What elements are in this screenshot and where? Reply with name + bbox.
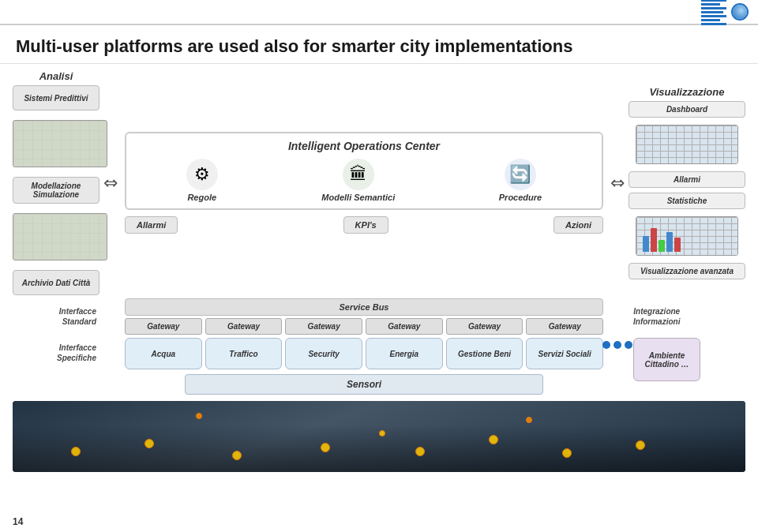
map-visualization-2 (13, 213, 107, 260)
gateway-3: Gateway (285, 318, 362, 335)
analisi-boxes: Sistemi Predittivi Modellazione Simulazi… (13, 85, 99, 295)
globe-icon (731, 3, 749, 21)
ibm-stripe-6 (701, 19, 720, 21)
iot-node-9 (379, 430, 385, 436)
traffico-domain: Traffico (205, 338, 283, 369)
interfacce-specifiche-row: Interfacce Specifiche Acqua Traffico Sec… (0, 338, 758, 398)
viz-boxes: Dashboard Allarmi Statistiche (629, 101, 745, 279)
visualizzazione-section: Visualizzazione Dashboard Allarmi Statis… (629, 86, 745, 279)
ibm-stripe-1 (701, 0, 726, 2)
gateway-5: Gateway (446, 318, 523, 335)
viz-heading: Visualizzazione (629, 86, 745, 98)
servizi-sociali-domain: Servizi Sociali (526, 338, 603, 369)
modelli-label: Modelli Semantici (321, 193, 395, 202)
iot-node-4 (321, 443, 330, 452)
service-bus-label: Service Bus (125, 298, 603, 316)
iot-node-10 (196, 413, 202, 419)
gateway-row: Gateway Gateway Gateway Gateway Gateway … (125, 318, 603, 335)
dashboard-box: Dashboard (629, 101, 745, 118)
bottom-city-image (13, 401, 745, 472)
ibm-stripe-4 (701, 11, 723, 13)
ioc-procedure: 🔄 Procedure (499, 159, 542, 202)
modellazione-box: Modellazione Simulazione (13, 177, 99, 204)
statistiche-box: Statistiche (629, 193, 745, 209)
energia-domain: Energia (366, 338, 443, 369)
ibm-stripe-5 (701, 15, 726, 17)
interfacce-specifiche-label: Interfacce Specifiche (13, 343, 96, 363)
iot-node-2 (144, 439, 154, 448)
ioc-regole: ⚙ Regole (186, 159, 218, 202)
procedure-label: Procedure (499, 193, 542, 202)
analisi-heading: Analisi (13, 70, 99, 82)
ibm-stripes-icon (701, 0, 726, 25)
allarmi-viz-box: Allarmi (629, 171, 745, 188)
iot-node-8 (636, 440, 645, 450)
bar-4 (666, 232, 673, 252)
page-title: Multi-user platforms are used also for s… (0, 25, 758, 64)
viz-avanzata-box: Visualizzazione avanzata (629, 263, 745, 279)
bar-2 (651, 228, 657, 252)
ambiente-cittadino-box: Ambiente Cittadino … (633, 338, 700, 381)
ioc-icons-row: ⚙ Regole 🏛 Modelli Semantici 🔄 Procedure (134, 159, 594, 202)
ioc-section: Intelligent Operations Center ⚙ Regole 🏛… (125, 132, 603, 234)
dot-1 (602, 341, 610, 349)
interfacce-specifiche-label-area: Interfacce Specifiche (13, 338, 99, 363)
archivio-box: Archivio Dati Città (13, 270, 99, 295)
procedure-icon: 🔄 (505, 159, 536, 190)
left-double-arrow: ⇔ (99, 173, 122, 193)
analisi-section: Analisi Sistemi Predittivi Modellazione … (13, 70, 99, 295)
map-grid-2 (13, 214, 107, 260)
map-visualization (13, 120, 107, 167)
ibm-logo (701, 0, 749, 25)
interfacce-standard-label: Interfacce Standard (13, 306, 96, 327)
ioc-box: Intelligent Operations Center ⚙ Regole 🏛… (125, 132, 603, 210)
gateway-6: Gateway (526, 318, 603, 335)
top-architecture-row: Analisi Sistemi Predittivi Modellazione … (0, 70, 758, 295)
interfacce-domains-row: Acqua Traffico Security Energia Gestione… (125, 338, 603, 369)
building-icon: 🏛 (343, 159, 374, 190)
integrazione-area: Integrazione Informazioni (629, 306, 745, 327)
header-bar (0, 0, 758, 25)
stats-screenshot (636, 216, 738, 256)
bar-5 (674, 238, 681, 252)
page-number: 14 (13, 516, 23, 527)
sistemi-predittivi-box: Sistemi Predittivi (13, 85, 99, 111)
right-double-arrow: ⇔ (606, 173, 629, 193)
security-domain: Security (285, 338, 362, 369)
city-crowd-background (13, 401, 745, 472)
gear-icon: ⚙ (186, 159, 218, 190)
gateway-4: Gateway (366, 318, 443, 335)
gateway-2: Gateway (205, 318, 283, 335)
iot-node-11 (526, 417, 532, 423)
screenshot-grid (636, 126, 737, 163)
gateway-1: Gateway (125, 318, 202, 335)
ioc-title: Intelligent Operations Center (134, 140, 594, 152)
ioc-modelli: 🏛 Modelli Semantici (321, 159, 395, 202)
iot-node-7 (562, 448, 572, 458)
bar-3 (659, 240, 665, 252)
dot-2 (614, 341, 621, 349)
dashboard-screenshot (636, 125, 738, 164)
domains-area: Acqua Traffico Security Energia Gestione… (125, 338, 603, 398)
kpi-row: Allarmi KPI's Azioni (125, 216, 603, 234)
sensori-box: Sensori (185, 374, 544, 395)
bar-1 (643, 236, 649, 252)
regole-label: Regole (187, 193, 216, 202)
service-bus-row: Interfacce Standard Service Bus Gateway … (0, 298, 758, 335)
allarmi-kpi: Allarmi (125, 216, 178, 234)
kpi-kpi: KPI's (343, 216, 388, 234)
map-grid-overlay (13, 121, 107, 167)
azioni-kpi: Azioni (553, 216, 603, 234)
integrazione-label: Integrazione Informazioni (633, 306, 680, 327)
bar-chart-mini (643, 228, 681, 252)
ibm-stripe-2 (701, 3, 720, 6)
ibm-stripe-3 (701, 7, 726, 9)
page-wrapper: Multi-user platforms are used also for s… (0, 0, 758, 532)
service-bus-area: Service Bus Gateway Gateway Gateway Gate… (125, 298, 603, 335)
acqua-domain: Acqua (125, 338, 202, 369)
interfacce-standard-label-area: Interfacce Standard (13, 306, 99, 327)
dots-area (606, 338, 629, 349)
ambiente-area: Ambiente Cittadino … (629, 338, 745, 381)
gestione-beni-domain: Gestione Beni (446, 338, 523, 369)
